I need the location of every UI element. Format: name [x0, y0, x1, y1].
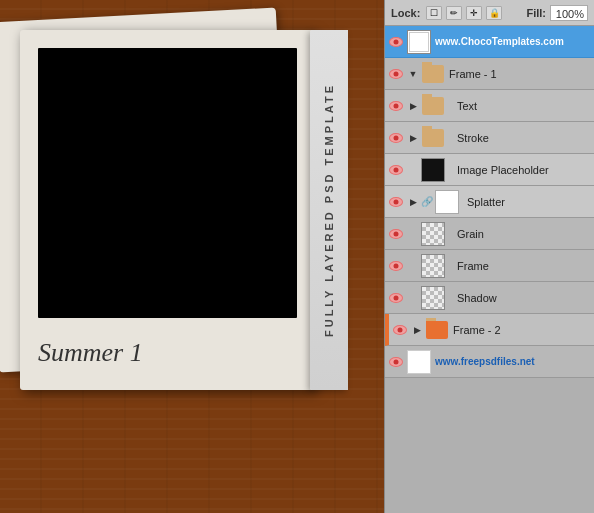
layer-frame-2[interactable]: ▶ Frame - 2: [385, 314, 594, 346]
eye-icon[interactable]: [387, 193, 405, 211]
layer-frame-1[interactable]: ▼ Frame - 1: [385, 58, 594, 90]
layer-thumb-white: [407, 350, 431, 374]
eye-icon[interactable]: [387, 225, 405, 243]
layer-name: Shadow: [455, 292, 592, 304]
expand-arrow[interactable]: ▶: [411, 324, 423, 336]
layer-thumb-folder: [421, 62, 445, 86]
layer-thumb-checker: [421, 286, 445, 310]
panel-toolbar: Lock: ☐ ✏ ✛ 🔒 Fill: 100%: [385, 0, 594, 26]
layer-thumb-checker: [421, 254, 445, 278]
layer-text[interactable]: ▶ Text: [385, 90, 594, 122]
layer-name: Grain: [455, 228, 592, 240]
eye-icon[interactable]: [387, 289, 405, 307]
lock-pen-icon[interactable]: ✏: [446, 6, 462, 20]
eye-icon[interactable]: [387, 353, 405, 371]
layer-name: Frame - 1: [447, 68, 592, 80]
lock-check-icon[interactable]: ☐: [426, 6, 442, 20]
layer-name: Text: [455, 100, 592, 112]
layer-splatter[interactable]: ▶ 🔗 Splatter: [385, 186, 594, 218]
lock-move-icon[interactable]: ✛: [466, 6, 482, 20]
eye-icon[interactable]: [387, 33, 405, 51]
layer-thumb-folder: [421, 94, 445, 118]
eye-icon[interactable]: [387, 257, 405, 275]
layer-thumb: [407, 30, 431, 54]
expand-arrow[interactable]: ▶: [407, 196, 419, 208]
layer-freepsd[interactable]: www.freepsdfiles.net: [385, 346, 594, 378]
layer-stroke[interactable]: ▶ Stroke: [385, 122, 594, 154]
lock-label: Lock:: [391, 7, 420, 19]
eye-icon[interactable]: [387, 129, 405, 147]
expand-arrow[interactable]: ▼: [407, 68, 419, 80]
layer-thumb-white: [435, 190, 459, 214]
fill-label: Fill:: [526, 7, 546, 19]
eye-icon[interactable]: [391, 321, 409, 339]
layer-name: Stroke: [455, 132, 592, 144]
layer-frame[interactable]: Frame: [385, 250, 594, 282]
layer-image-placeholder[interactable]: Image Placeholder: [385, 154, 594, 186]
polaroid-photo: [38, 48, 297, 318]
layer-thumb-checker: [421, 222, 445, 246]
layer-shadow[interactable]: Shadow: [385, 282, 594, 314]
vertical-banner: FULLY LAYERED PSD TEMPLATE: [310, 30, 348, 390]
expand-arrow[interactable]: ▶: [407, 100, 419, 112]
layer-name: Frame: [455, 260, 592, 272]
layer-name: www.ChocoTemplates.com: [433, 36, 592, 47]
layers-panel: Lock: ☐ ✏ ✛ 🔒 Fill: 100% www.ChocoTempla…: [384, 0, 594, 513]
layer-name: Splatter: [465, 196, 592, 208]
eye-icon[interactable]: [387, 161, 405, 179]
layer-grain[interactable]: Grain: [385, 218, 594, 250]
polaroid-main: Summer 1: [20, 30, 315, 390]
lock-all-icon[interactable]: 🔒: [486, 6, 502, 20]
eye-icon[interactable]: [387, 97, 405, 115]
layer-thumb-folder: [421, 126, 445, 150]
polaroid-caption: Summer 1: [38, 338, 143, 368]
expand-arrow[interactable]: ▶: [407, 132, 419, 144]
layer-choco-templates[interactable]: www.ChocoTemplates.com: [385, 26, 594, 58]
layer-name: Frame - 2: [451, 324, 592, 336]
layer-thumb-black: [421, 158, 445, 182]
layer-thumb-folder: [425, 318, 449, 342]
eye-icon[interactable]: [387, 65, 405, 83]
vertical-banner-text: FULLY LAYERED PSD TEMPLATE: [323, 83, 335, 337]
layers-list: www.ChocoTemplates.com ▼ Frame - 1 ▶: [385, 26, 594, 513]
layer-name: Image Placeholder: [455, 164, 592, 176]
fill-value[interactable]: 100%: [550, 5, 588, 21]
wood-background: Summer 1 FULLY LAYERED PSD TEMPLATE Lock…: [0, 0, 594, 513]
layer-name: www.freepsdfiles.net: [433, 356, 592, 367]
link-icon: 🔗: [421, 196, 433, 207]
